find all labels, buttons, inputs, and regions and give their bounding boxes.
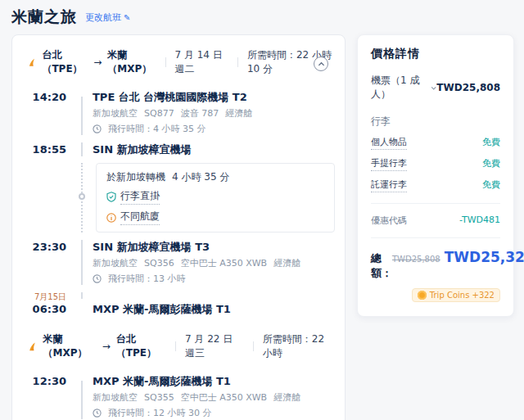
divider [371, 203, 500, 204]
price-panel-title: 價格詳情 [371, 47, 500, 61]
cabin-class: 經濟艙 [273, 391, 300, 404]
baggage-row: 個人物品 免費 [371, 136, 500, 150]
aircraft: 空中巴士 A350 XWB [181, 391, 267, 404]
clock-icon [93, 124, 102, 133]
baggage-value: 免費 [482, 178, 500, 192]
flight-booking-page: 米蘭之旅 更改航班 ✎ 台北（TPE） → 米蘭（MXP） [0, 0, 524, 420]
leg-return: 米蘭（MXP） → 台北（TPE） 7 月 22 日 週三 所需時間：22 小時… [24, 331, 335, 420]
promo-code-label[interactable]: 優惠代碼 [371, 215, 407, 227]
itinerary-card: 台北（TPE） → 米蘭（MXP） 7 月 14 日 週二 所需時間：22 小時… [11, 34, 346, 420]
route-to: 台北（TPE） [116, 332, 166, 360]
leg-header: 米蘭（MXP） → 台北（TPE） 7 月 22 日 週三 所需時間：22 小時 [24, 331, 335, 367]
price-panel: 價格詳情 機票（1 成人） TWD25,808 行李 個人物品 免費 手提行李 … [357, 34, 514, 317]
timeline-stop: 23:30 SIN 新加坡樟宜機場 T3 [24, 240, 335, 254]
arr-time: 06:30 [24, 302, 66, 316]
clock-icon [93, 274, 102, 283]
page-title: 米蘭之旅 [11, 7, 77, 28]
flight-info-row: 新加坡航空 SQ877 波音 787 經濟艙 飛行時間：4 小時 35 分 [24, 104, 335, 135]
trip-coin-icon [418, 291, 427, 300]
flight-time: 飛行時間：12 小時 30 分 [108, 407, 211, 419]
singapore-airlines-logo-icon [27, 56, 36, 69]
tag-label: 不同航廈 [120, 210, 160, 225]
ticket-expand-toggle[interactable]: 機票（1 成人） [371, 74, 436, 102]
transfer-box: 於新加坡轉機 4 小時 35 分 行李直掛 [96, 163, 335, 233]
cabin-class: 經濟艙 [225, 107, 252, 120]
timeline-stop: 14:20 TPE 台北 台灣桃園國際機場 T2 [24, 90, 335, 104]
arr-time: 18:55 [24, 142, 66, 156]
change-flight-link[interactable]: 更改航班 ✎ [85, 11, 130, 24]
chevron-down-icon [431, 84, 436, 92]
baggage-label-checked[interactable]: 託運行李 [371, 178, 407, 192]
route-arrow-icon: → [102, 341, 111, 352]
timeline-stop: 18:55 SIN 新加坡樟宜機場 [24, 142, 335, 156]
baggage-section-title: 行李 [371, 115, 500, 129]
tag-label: 行李直掛 [120, 189, 160, 205]
ticket-row: 機票（1 成人） TWD25,808 [371, 74, 500, 102]
trip-coins-badge[interactable]: Trip Coins +322 [412, 288, 500, 302]
leg-outbound: 台北（TPE） → 米蘭（MXP） 7 月 14 日 週二 所需時間：22 小時… [24, 47, 335, 316]
different-terminal-tag[interactable]: 不同航廈 [106, 210, 324, 225]
flight-number: SQ356 [144, 257, 174, 269]
trip-coins-row: Trip Coins +322 [371, 287, 500, 303]
cabin-class: 經濟艙 [273, 257, 300, 269]
baggage-label-personal-item[interactable]: 個人物品 [371, 136, 407, 150]
divider [237, 57, 238, 67]
flight-time: 飛行時間：4 小時 35 分 [108, 123, 206, 135]
flight-info-row: 新加坡航空 SQ355 空中巴士 A350 XWB 經濟艙 飛行時間：12 小時… [24, 388, 335, 419]
dep-airport: MXP 米蘭-馬爾彭薩機場 T1 [93, 374, 335, 388]
original-price: TWD25,808 [392, 255, 440, 264]
singapore-airlines-logo-icon [27, 341, 38, 353]
edit-icon: ✎ [124, 13, 130, 22]
baggage-row: 手提行李 免費 [371, 157, 500, 171]
divider [165, 57, 166, 67]
arr-airport: SIN 新加坡樟宜機場 [93, 142, 335, 156]
shield-check-icon [106, 192, 116, 202]
arr-airport: MXP 米蘭-馬爾彭薩機場 T1 [93, 302, 335, 316]
trip-coins-label: Trip Coins +322 [430, 291, 495, 300]
transfer-row: 於新加坡轉機 4 小時 35 分 行李直掛 [24, 163, 335, 233]
baggage-row: 託運行李 免費 [371, 178, 500, 192]
flight-time: 飛行時間：13 小時 [108, 273, 186, 285]
aircraft: 空中巴士 A350 XWB [181, 257, 267, 269]
route-from: 台北（TPE） [42, 48, 88, 76]
flight-number: SQ877 [144, 107, 174, 120]
page-header: 米蘭之旅 更改航班 ✎ [11, 5, 513, 29]
total-row: 總額： TWD25,808 TWD25,327 [371, 249, 500, 281]
collapse-button[interactable] [314, 56, 328, 71]
info-circle-icon [106, 213, 116, 223]
aircraft: 波音 787 [181, 107, 219, 120]
baggage-value: 免費 [482, 136, 500, 150]
dep-time: 14:20 [24, 90, 66, 104]
baggage-value: 免費 [482, 157, 500, 171]
carrier: 新加坡航空 [93, 107, 138, 120]
route-to: 米蘭（MXP） [107, 48, 156, 76]
dep-time: 12:30 [24, 374, 66, 388]
flight-info-row: 新加坡航空 SQ356 空中巴士 A350 XWB 經濟艙 飛行時間：13 小時 [24, 254, 335, 285]
dep-airport: SIN 新加坡樟宜機場 T3 [93, 240, 335, 254]
transfer-duration: 4 小時 35 分 [172, 170, 229, 184]
leg-date: 7 月 22 日 週三 [185, 332, 244, 360]
carrier: 新加坡航空 [93, 391, 138, 404]
dep-time: 23:30 [24, 240, 66, 254]
total-price: TWD25,327 [445, 249, 524, 265]
divider [175, 341, 176, 351]
flight-number: SQ355 [144, 391, 174, 404]
promo-code-row: 優惠代碼 -TWD481 [371, 215, 500, 227]
route-from: 米蘭（MXP） [43, 332, 97, 360]
divider [253, 341, 254, 351]
leg-duration: 所需時間：22 小時 [263, 332, 333, 360]
carrier: 新加坡航空 [93, 257, 138, 269]
clock-icon [93, 409, 102, 418]
ticket-price: TWD25,808 [436, 82, 500, 93]
baggage-through-tag[interactable]: 行李直掛 [106, 189, 324, 205]
leg-date: 7 月 14 日 週二 [174, 48, 228, 76]
leg-header: 台北（TPE） → 米蘭（MXP） 7 月 14 日 週二 所需時間：22 小時… [24, 47, 335, 83]
promo-code-value: -TWD481 [459, 215, 500, 227]
timeline-stop: 7月15日 06:30 MXP 米蘭-馬爾彭薩機場 T1 [24, 292, 335, 316]
transfer-marker-icon [79, 193, 85, 200]
ticket-label: 機票（1 成人） [371, 74, 427, 102]
timeline-stop: 12:30 MXP 米蘭-馬爾彭薩機場 T1 [24, 374, 335, 388]
transfer-label: 於新加坡轉機 [106, 170, 165, 184]
baggage-label-carry-on[interactable]: 手提行李 [371, 157, 407, 171]
chevron-up-icon [318, 61, 325, 68]
